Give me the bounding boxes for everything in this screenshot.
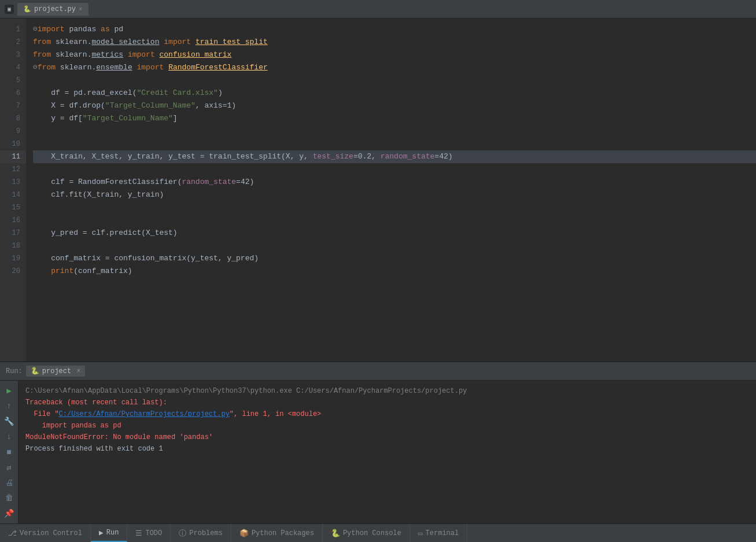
code-line-8: y = df["Target_Column_Name"]: [33, 112, 756, 125]
line-number-2: 2: [0, 36, 26, 49]
editor-tab[interactable]: 🐍 project.py ×: [17, 3, 88, 16]
code-line-3: from sklearn.metrics import confusion_ma…: [33, 49, 756, 61]
line-number-10: 10: [0, 138, 26, 150]
code-line-19: conf_matrix = confusion_matrix(y_test, y…: [33, 252, 756, 265]
line-number-6: 6: [0, 87, 26, 99]
app-icon: ▣: [5, 5, 14, 14]
status-tab-icon-4: 📦: [239, 529, 249, 538]
run-label: Run:: [6, 367, 23, 375]
status-tab-label-1: Run: [106, 529, 119, 537]
run-panel: Run: 🐍 project × ▶ ↑ 🔧 ↓ ■ ⇄ 🖨 🗑 📌 C:\Us…: [0, 362, 756, 523]
line-number-7: 7: [0, 99, 26, 112]
line-number-8: 8: [0, 112, 26, 125]
code-line-16: [33, 214, 756, 227]
line-number-11: 11: [0, 150, 26, 163]
output-line-0: C:\Users\Afnan\AppData\Local\Programs\Py…: [25, 385, 749, 397]
status-tab-version-control[interactable]: ⎇Version Control: [0, 524, 91, 542]
code-line-2: from sklearn.model_selection import trai…: [33, 36, 756, 49]
status-tab-icon-0: ⎇: [8, 529, 17, 538]
line-number-5: 5: [0, 74, 26, 87]
status-tabs: ⎇Version Control▶Run☰TODOⓘProblems📦Pytho…: [0, 524, 467, 542]
python-file-icon: 🐍: [23, 5, 31, 13]
output-line-3: import pandas as pd: [25, 420, 749, 432]
status-tab-label-2: TODO: [145, 529, 162, 537]
status-tab-terminal[interactable]: ▭Terminal: [410, 524, 467, 542]
line-number-17: 17: [0, 227, 26, 239]
run-rerun-button[interactable]: ⇄: [2, 461, 16, 474]
run-tab[interactable]: 🐍 project ×: [26, 366, 86, 377]
status-tab-icon-6: ▭: [418, 529, 423, 538]
status-tab-run[interactable]: ▶Run: [91, 524, 127, 542]
code-line-12: [33, 163, 756, 176]
code-line-1: ⊖import pandas as pd: [33, 23, 756, 36]
run-up-button[interactable]: ↑: [2, 400, 16, 413]
status-tab-label-5: Python Console: [343, 529, 401, 537]
file-link[interactable]: C:/Users/Afnan/PycharmProjects/project.p…: [59, 410, 230, 418]
run-header: Run: 🐍 project ×: [0, 362, 756, 381]
title-bar: ▣ 🐍 project.py ×: [0, 0, 756, 19]
status-tab-icon-3: ⓘ: [179, 528, 186, 539]
status-tab-label-6: Terminal: [426, 529, 459, 537]
run-output: C:\Users\Afnan\AppData\Local\Programs\Py…: [19, 381, 756, 523]
run-trash-button[interactable]: 🗑: [2, 492, 16, 505]
code-line-6: df = pd.read_excel("Credit Card.xlsx"): [33, 87, 756, 99]
status-tab-todo[interactable]: ☰TODO: [127, 524, 171, 542]
output-line-2: File "C:/Users/Afnan/PycharmProjects/pro…: [25, 408, 749, 420]
run-pin-button[interactable]: 📌: [2, 507, 16, 521]
status-tab-label-4: Python Packages: [252, 529, 314, 537]
code-line-5: [33, 74, 756, 87]
line-number-3: 3: [0, 49, 26, 61]
run-body: ▶ ↑ 🔧 ↓ ■ ⇄ 🖨 🗑 📌 C:\Users\Afnan\AppData…: [0, 381, 756, 523]
status-tab-python-console[interactable]: 🐍Python Console: [323, 524, 410, 542]
code-line-15: [33, 201, 756, 214]
status-tab-label-3: Problems: [189, 529, 223, 537]
run-tab-label: project: [42, 367, 71, 375]
line-number-20: 20: [0, 265, 26, 278]
line-number-18: 18: [0, 239, 26, 252]
line-number-16: 16: [0, 214, 26, 227]
code-line-20: print(conf_matrix): [33, 265, 756, 278]
code-line-17: y_pred = clf.predict(X_test): [33, 227, 756, 239]
code-line-18: [33, 239, 756, 252]
output-line-1: Traceback (most recent call last):: [25, 397, 749, 408]
code-line-14: clf.fit(X_train, y_train): [33, 189, 756, 201]
code-line-4: ⊖from sklearn.ensemble import RandomFore…: [33, 61, 756, 74]
status-tab-problems[interactable]: ⓘProblems: [171, 524, 231, 542]
code-line-11: X_train, X_test, y_train, y_test = train…: [33, 150, 756, 163]
line-number-1: 1: [0, 23, 26, 36]
line-number-15: 15: [0, 201, 26, 214]
run-stop-button[interactable]: ■: [2, 445, 16, 459]
code-line-10: [33, 138, 756, 150]
run-tab-close-icon[interactable]: ×: [76, 367, 80, 375]
code-line-9: [33, 125, 756, 138]
run-print-button[interactable]: 🖨: [2, 476, 16, 489]
status-tab-python-packages[interactable]: 📦Python Packages: [231, 524, 323, 542]
close-tab-icon[interactable]: ×: [79, 6, 83, 13]
line-number-9: 9: [0, 125, 26, 138]
line-number-13: 13: [0, 176, 26, 189]
status-tab-icon-1: ▶: [99, 528, 104, 537]
line-numbers: 1234567891011121314151617181920: [0, 19, 26, 362]
output-line-6: Process finished with exit code 1: [25, 443, 749, 455]
code-line-7: X = df.drop("Target_Column_Name", axis=1…: [33, 99, 756, 112]
status-tab-icon-2: ☰: [135, 529, 142, 538]
line-number-14: 14: [0, 189, 26, 201]
status-tab-icon-5: 🐍: [331, 529, 340, 538]
code-line-13: clf = RandomForestClassifier(random_stat…: [33, 176, 756, 189]
run-toolbar: ▶ ↑ 🔧 ↓ ■ ⇄ 🖨 🗑 📌: [0, 381, 19, 523]
line-number-19: 19: [0, 252, 26, 265]
editor-tab-label: project.py: [34, 5, 76, 13]
line-number-4: 4: [0, 61, 26, 74]
status-tab-label-0: Version Control: [20, 529, 82, 537]
run-down-button[interactable]: ↓: [2, 430, 16, 444]
line-number-12: 12: [0, 163, 26, 176]
output-line-4: ModuleNotFoundError: No module named 'pa…: [25, 432, 749, 443]
run-tab-icon: 🐍: [31, 367, 39, 375]
code-editor[interactable]: 1234567891011121314151617181920 ⊖import …: [0, 19, 756, 362]
run-play-button[interactable]: ▶: [2, 384, 16, 397]
run-wrench-button[interactable]: 🔧: [2, 415, 16, 428]
status-bar: ⎇Version Control▶Run☰TODOⓘProblems📦Pytho…: [0, 523, 756, 542]
code-content[interactable]: ⊖import pandas as pdfrom sklearn.model_s…: [26, 19, 756, 362]
editor-area: 1234567891011121314151617181920 ⊖import …: [0, 19, 756, 362]
